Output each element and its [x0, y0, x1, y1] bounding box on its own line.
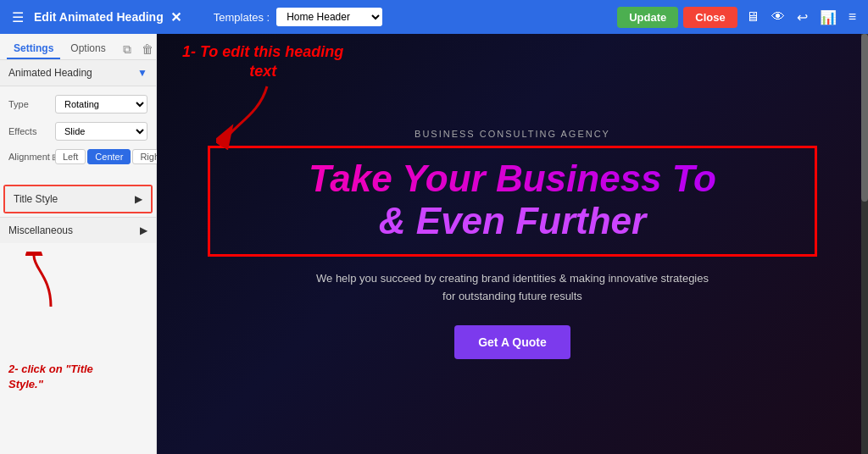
heading-line1: Take Your Business To: [227, 158, 798, 199]
menu-icon[interactable]: ☰: [8, 8, 27, 27]
alignment-buttons: Left Center Right: [55, 149, 170, 164]
main-layout: Settings Options ⧉ 🗑 Animated Heading ▼ …: [0, 34, 868, 454]
effects-select[interactable]: Slide Fade Zoom: [55, 122, 147, 141]
hero-description: We help you succeed by creating brand id…: [309, 270, 716, 306]
right-annotation: 1- To edit this heading text: [182, 42, 343, 150]
templates-label: Templates :: [214, 11, 270, 24]
animated-heading-section[interactable]: Animated Heading ▼: [0, 60, 156, 86]
type-select[interactable]: Rotating Typing Flip: [55, 95, 147, 114]
miscellaneous-label: Miscellaneous: [8, 224, 73, 236]
effects-label: Effects: [8, 126, 55, 136]
panel-tabs: Settings Options ⧉ 🗑: [0, 34, 156, 60]
type-field-row: Type Rotating Typing Flip: [8, 95, 147, 114]
title-style-header[interactable]: Title Style ▶: [5, 186, 151, 212]
toolbar-right: Update Close 🖥 👁 ↩ 📊 ≡: [617, 7, 860, 28]
undo-icon[interactable]: ↩: [793, 8, 811, 27]
left-panel: Settings Options ⧉ 🗑 Animated Heading ▼ …: [0, 34, 157, 454]
hero-subtitle: BUSINESS CONSULTING AGENCY: [415, 129, 610, 139]
title-style-label: Title Style: [14, 193, 58, 205]
animated-heading-label: Animated Heading: [8, 67, 92, 79]
top-toolbar: ☰ Edit Animated Heading ✕ Templates : Ho…: [0, 0, 868, 34]
desktop-icon[interactable]: 🖥: [743, 8, 763, 26]
right-annotation-text: 1- To edit this heading text: [182, 42, 343, 82]
delete-icon[interactable]: 🗑: [138, 41, 157, 58]
scrollbar-track: [861, 34, 868, 454]
copy-icon[interactable]: ⧉: [120, 41, 135, 58]
alignment-label: Alignment ⊞: [8, 152, 55, 162]
hamburger-icon[interactable]: ≡: [845, 8, 860, 26]
annotation-area: 2- click on "Title Style.": [0, 243, 156, 454]
right-arrow-svg: [216, 82, 301, 150]
tab-options[interactable]: Options: [64, 39, 112, 59]
effects-field-row: Effects Slide Fade Zoom: [8, 122, 147, 141]
chart-icon[interactable]: 📊: [816, 8, 840, 27]
panel-content: Type Rotating Typing Flip Effects Slide …: [0, 86, 156, 181]
cta-button[interactable]: Get A Quote: [454, 325, 570, 359]
align-left-button[interactable]: Left: [55, 149, 86, 164]
templates-select[interactable]: Home Header About Header Services Header: [276, 8, 382, 26]
heading-line2: & Even Further: [227, 199, 798, 244]
tab-settings[interactable]: Settings: [7, 39, 60, 59]
close-button[interactable]: Close: [683, 7, 737, 28]
toolbar-left: ☰ Edit Animated Heading ✕ Templates : Ho…: [8, 8, 382, 27]
align-center-button[interactable]: Center: [87, 149, 131, 164]
toolbar-close-button[interactable]: ✕: [170, 9, 181, 25]
title-style-arrow-icon: ▶: [135, 193, 142, 205]
update-button[interactable]: Update: [617, 7, 678, 28]
title-style-section: Title Style ▶: [3, 185, 153, 213]
right-content: 1- To edit this heading text BUSINESS CO…: [157, 34, 868, 454]
misc-arrow-icon: ▶: [140, 224, 147, 236]
left-annotation: 2- click on "Title Style.": [8, 362, 147, 392]
left-arrow-svg: [17, 252, 85, 311]
heading-box: Take Your Business To & Even Further: [208, 146, 817, 257]
scrollbar-thumb[interactable]: [861, 34, 868, 202]
eye-icon[interactable]: 👁: [768, 8, 788, 26]
toolbar-title: Edit Animated Heading: [34, 10, 164, 24]
miscellaneous-section[interactable]: Miscellaneous ▶: [0, 217, 156, 243]
section-arrow-icon: ▼: [137, 67, 147, 79]
type-label: Type: [8, 99, 55, 109]
alignment-row: Alignment ⊞ Left Center Right: [8, 149, 147, 164]
